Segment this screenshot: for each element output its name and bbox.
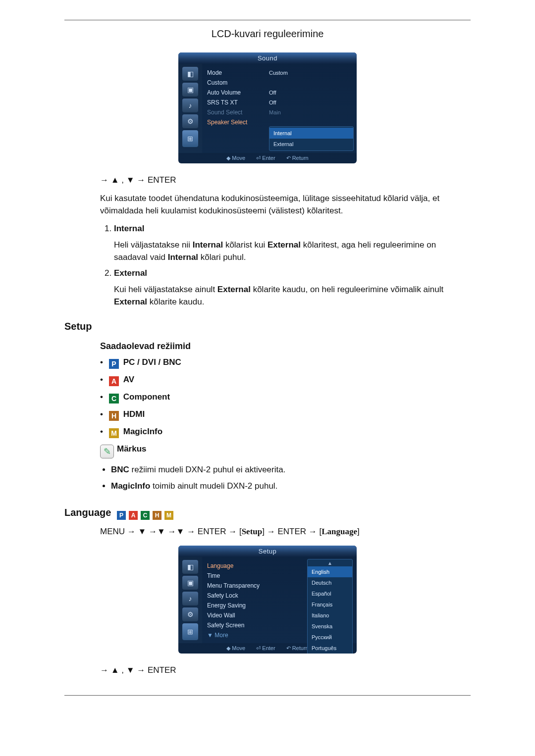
modes-list: •P PC / DVI / BNC •A AV •C Component •H … bbox=[100, 357, 471, 438]
osd-item-safetylock: Safety Lock bbox=[207, 591, 279, 601]
picture-icon: ◧ bbox=[182, 560, 198, 574]
strip-c-icon: C bbox=[141, 511, 150, 520]
note-list: BNC režiimi mudeli DXN-2 puhul ei aktive… bbox=[100, 463, 471, 492]
badge-c-icon: C bbox=[109, 394, 119, 403]
dropdown-external: External bbox=[269, 139, 353, 150]
sound-icon: ♪ bbox=[182, 99, 198, 112]
badge-a-icon: A bbox=[109, 376, 119, 386]
intro-text: Kui kasutate toodet ühendatuna kodukinos… bbox=[100, 192, 471, 217]
osd-setup-title: Setup bbox=[178, 546, 357, 557]
page-title: LCD-kuvari reguleerimine bbox=[64, 23, 471, 44]
osd-item-safetyscreen: Safety Screen bbox=[207, 620, 279, 630]
osd-lang-dropdown: ▲ English Deutsch Español Français Itali… bbox=[307, 559, 353, 654]
dropdown-internal: Internal bbox=[269, 128, 353, 139]
mode-magicinfo: MagicInfo bbox=[123, 427, 162, 436]
osd-item-energy: Energy Saving bbox=[207, 601, 279, 610]
badge-strip: P A C H M bbox=[117, 511, 175, 520]
strip-p-icon: P bbox=[117, 511, 126, 520]
nav-sequence-2: → ▲ , ▼ → ENTER bbox=[100, 665, 471, 675]
note-icon: ✎ bbox=[100, 445, 114, 458]
osd-item-more: ▼ More bbox=[207, 630, 279, 640]
lang-italiano: Italiano bbox=[308, 610, 352, 621]
list-external: External Kui heli väljastatakse ainult E… bbox=[114, 268, 471, 308]
osd-item-speakerselect: Speaker Select bbox=[207, 117, 269, 127]
mode-pc: PC / DVI / BNC bbox=[123, 357, 181, 367]
strip-m-icon: M bbox=[164, 511, 173, 520]
osd-speaker-dropdown: Internal External bbox=[269, 126, 354, 151]
note-block: ✎Märkus bbox=[100, 444, 471, 458]
strip-h-icon: H bbox=[153, 511, 161, 520]
lang-svenska: Svenska bbox=[308, 621, 352, 632]
language-nav: MENU → ▼ →▼ →▼ → ENTER → [Setup] → ENTER… bbox=[100, 527, 471, 537]
modes-heading: Saadaolevad režiimid bbox=[100, 341, 471, 352]
picture-icon: ◧ bbox=[182, 67, 198, 81]
setup-icon: ⚙ bbox=[182, 114, 198, 128]
badge-p-icon: P bbox=[109, 359, 119, 369]
osd-sound-footer: ◆ Move ⏎ Enter ↶ Return bbox=[178, 153, 357, 163]
nav-sequence-1: → ▲ , ▼ → ENTER bbox=[100, 175, 471, 185]
input-icon: ▣ bbox=[182, 576, 198, 590]
list-internal: Internal Heli väljastatakse nii Internal… bbox=[114, 224, 471, 263]
osd-item-custom: Custom bbox=[207, 78, 269, 88]
input-icon: ▣ bbox=[182, 83, 198, 97]
osd-setup-sidebar: ◧ ▣ ♪ ⚙ ⊞ bbox=[178, 557, 202, 643]
mode-component: Component bbox=[123, 392, 170, 402]
language-heading: Language P A C H M bbox=[64, 507, 471, 520]
osd-item-autovol: Auto Volume bbox=[207, 88, 269, 98]
osd-sound: Sound ◧ ▣ ♪ ⚙ ⊞ ModeCustom Custom Auto V… bbox=[178, 52, 357, 163]
multi-icon: ⊞ bbox=[182, 130, 198, 147]
osd-item-srs: SRS TS XT bbox=[207, 98, 269, 107]
chevron-up-icon: ▲ bbox=[308, 560, 352, 566]
setup-icon: ⚙ bbox=[182, 607, 198, 621]
osd-sound-list: ModeCustom Custom Auto VolumeOff SRS TS … bbox=[202, 64, 357, 153]
osd-setup: Setup ◧ ▣ ♪ ⚙ ⊞ Language Time Menu Trans… bbox=[178, 546, 357, 654]
strip-a-icon: A bbox=[129, 511, 138, 520]
setup-heading: Setup bbox=[64, 321, 471, 332]
osd-sound-title: Sound bbox=[178, 52, 357, 64]
osd-item-transparency: Menu Transparency bbox=[207, 581, 279, 591]
lang-deutsch: Deutsch bbox=[308, 577, 352, 588]
osd-item-soundselect: Sound Select bbox=[207, 107, 269, 117]
lang-espanol: Español bbox=[308, 588, 352, 599]
mode-hdmi: HDMI bbox=[123, 409, 145, 419]
lang-francais: Français bbox=[308, 599, 352, 610]
badge-m-icon: M bbox=[109, 428, 119, 438]
osd-sound-sidebar: ◧ ▣ ♪ ⚙ ⊞ bbox=[178, 64, 202, 153]
lang-portugues: Português bbox=[308, 643, 352, 654]
osd-item-mode: Mode bbox=[207, 68, 269, 78]
sound-icon: ♪ bbox=[182, 592, 198, 605]
osd-item-time: Time bbox=[207, 571, 279, 581]
multi-icon: ⊞ bbox=[182, 623, 198, 640]
osd-setup-list: Language Time Menu Transparency Safety L… bbox=[202, 557, 357, 643]
osd-item-language: Language bbox=[207, 561, 279, 571]
badge-h-icon: H bbox=[109, 411, 119, 421]
lang-english: English bbox=[308, 566, 352, 577]
osd-item-videowall: Video Wall bbox=[207, 610, 279, 620]
lang-russian: Русский bbox=[308, 632, 352, 643]
mode-av: AV bbox=[123, 375, 134, 384]
